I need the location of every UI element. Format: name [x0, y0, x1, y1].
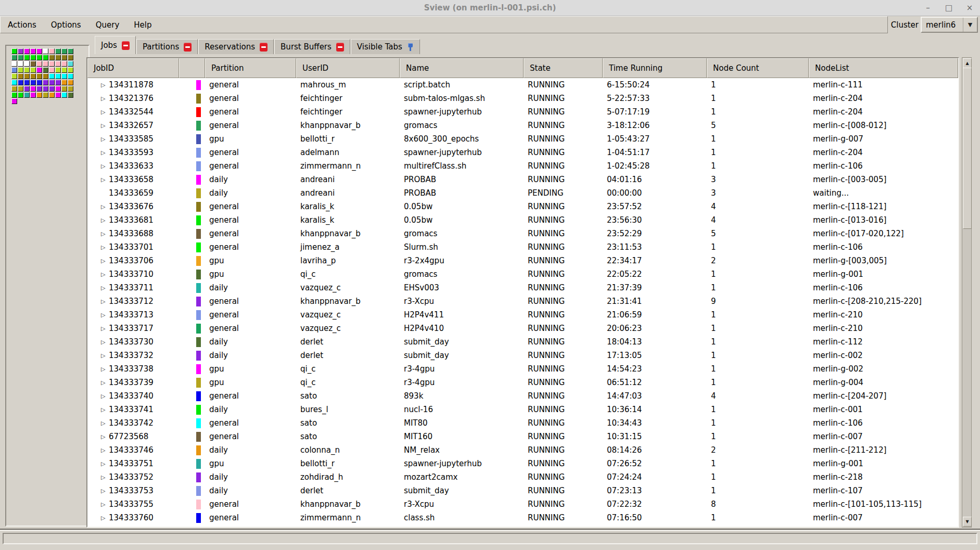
node-square[interactable]	[36, 86, 42, 92]
tab-remove-icon[interactable]	[260, 43, 268, 52]
node-square[interactable]	[30, 48, 36, 54]
table-row[interactable]: ▷ 134333711 daily vazquez_c EHSv003 RUNN…	[87, 281, 958, 295]
vertical-scrollbar[interactable]: ▲ ▼	[962, 57, 972, 528]
expander-icon[interactable]: ▷	[101, 109, 108, 116]
tab-jobs[interactable]: Jobs	[95, 36, 136, 54]
node-square[interactable]	[18, 61, 23, 67]
node-square[interactable]	[49, 80, 55, 85]
tab-remove-icon[interactable]	[184, 43, 192, 52]
node-square[interactable]	[55, 48, 61, 54]
tab-pin-icon[interactable]	[407, 43, 414, 52]
table-row[interactable]: ▷ 134332657 general khanppnavar_b gromac…	[87, 119, 958, 132]
node-square[interactable]	[24, 67, 30, 73]
expander-icon[interactable]: ▷	[101, 461, 108, 467]
table-row[interactable]: ▷ 134321376 general feichtinger subm-tal…	[87, 92, 958, 105]
menu-actions[interactable]: Actions	[1, 17, 44, 33]
column-header-name[interactable]: Name	[400, 58, 524, 78]
node-square[interactable]	[49, 61, 55, 67]
table-row[interactable]: ▷ 134333742 general sato MIT80 RUNNING 1…	[87, 416, 958, 430]
node-square[interactable]	[68, 80, 73, 85]
expander-icon[interactable]: ▷	[101, 163, 108, 170]
node-square[interactable]	[43, 92, 48, 98]
cluster-dropdown-box[interactable]: ▼	[963, 18, 977, 32]
node-square[interactable]	[49, 92, 55, 98]
column-header-state[interactable]: State	[524, 58, 603, 78]
node-square[interactable]	[55, 80, 61, 85]
node-square[interactable]	[11, 67, 17, 73]
maximize-icon[interactable]: □	[945, 3, 953, 12]
expander-icon[interactable]: ▷	[101, 312, 108, 318]
table-row[interactable]: ▷ 134333710 gpu qi_c gromacs RUNNING 22:…	[87, 267, 958, 281]
node-square[interactable]	[36, 67, 42, 73]
cluster-select[interactable]: merlin6 ▼	[921, 17, 978, 33]
node-square[interactable]	[43, 86, 48, 92]
expander-icon[interactable]: ▷	[101, 176, 108, 183]
tab-visible-tabs[interactable]: Visible Tabs	[351, 39, 420, 54]
node-square[interactable]	[24, 61, 30, 67]
node-square[interactable]	[61, 80, 67, 85]
tab-partitions[interactable]: Partitions	[136, 39, 198, 54]
node-square[interactable]	[30, 55, 36, 60]
node-square[interactable]	[43, 61, 48, 67]
node-square[interactable]	[36, 73, 42, 79]
table-row[interactable]: ▷ 134333681 general karalis_k 0.05bw RUN…	[87, 213, 958, 227]
node-square[interactable]	[18, 86, 23, 92]
node-square[interactable]	[11, 61, 17, 67]
expander-icon[interactable]: ▷	[101, 474, 108, 481]
node-square[interactable]	[43, 73, 48, 79]
expander-icon[interactable]: ▷	[101, 258, 108, 264]
expander-icon[interactable]: ▷	[101, 393, 108, 400]
node-square[interactable]	[68, 55, 73, 60]
expander-icon[interactable]: ▷	[101, 271, 108, 278]
column-header-userid[interactable]: UserID	[296, 58, 400, 78]
node-square[interactable]	[43, 67, 48, 73]
expander-icon[interactable]: ▷	[101, 447, 108, 454]
expander-icon[interactable]: ▷	[101, 352, 108, 359]
node-square[interactable]	[49, 55, 55, 60]
node-square[interactable]	[43, 48, 48, 54]
table-row[interactable]: ▷ 134311878 general mahrous_m script.bat…	[87, 78, 958, 92]
table-row[interactable]: ▷ 134333676 general karalis_k 0.05bw RUN…	[87, 200, 958, 213]
table-row[interactable]: ▷ 134333730 daily derlet submit_day RUNN…	[87, 335, 958, 349]
node-square[interactable]	[61, 55, 67, 60]
node-square[interactable]	[24, 80, 30, 85]
menu-options[interactable]: Options	[44, 17, 88, 33]
node-square[interactable]	[18, 80, 23, 85]
node-square[interactable]	[68, 48, 73, 54]
column-header-jobid[interactable]: JobID	[87, 58, 179, 78]
node-square[interactable]	[30, 86, 36, 92]
expander-icon[interactable]: ▷	[101, 285, 108, 291]
node-square[interactable]	[55, 73, 61, 79]
expander-icon[interactable]: ▷	[101, 217, 108, 224]
table-row[interactable]: ▷ 134333713 general vazquez_c H2P4v411 R…	[87, 308, 958, 322]
node-square[interactable]	[18, 73, 23, 79]
table-row[interactable]: ▷ 134333746 daily colonna_n NM_relax RUN…	[87, 443, 958, 457]
expander-icon[interactable]: ▷	[101, 325, 108, 332]
expander-icon[interactable]: ▷	[101, 488, 108, 494]
node-square[interactable]	[30, 80, 36, 85]
expander-icon[interactable]: ▷	[101, 231, 108, 237]
node-square[interactable]	[68, 61, 73, 67]
node-square[interactable]	[43, 55, 48, 60]
node-square[interactable]	[18, 55, 23, 60]
node-square[interactable]	[68, 67, 73, 73]
table-row[interactable]: ▷ 134333732 daily derlet submit_day RUNN…	[87, 349, 958, 362]
node-square[interactable]	[11, 55, 17, 60]
expander-icon[interactable]: ▷	[101, 149, 108, 156]
node-square[interactable]	[49, 48, 55, 54]
expander-icon[interactable]: ▷	[101, 244, 108, 251]
node-square[interactable]	[18, 48, 23, 54]
column-header-nodecount[interactable]: Node Count	[707, 58, 809, 78]
node-square[interactable]	[11, 48, 17, 54]
node-square[interactable]	[24, 92, 30, 98]
close-icon[interactable]: ×	[965, 3, 974, 12]
expander-icon[interactable]: ▷	[101, 298, 108, 305]
scroll-up-button[interactable]: ▲	[963, 58, 972, 68]
node-square[interactable]	[61, 67, 67, 73]
node-square[interactable]	[55, 55, 61, 60]
node-square[interactable]	[36, 48, 42, 54]
expander-icon[interactable]: ▷	[101, 379, 108, 386]
table-row[interactable]: ▷ 134333593 general adelmann spawner-jup…	[87, 146, 958, 159]
node-square[interactable]	[11, 80, 17, 85]
node-square[interactable]	[18, 92, 23, 98]
